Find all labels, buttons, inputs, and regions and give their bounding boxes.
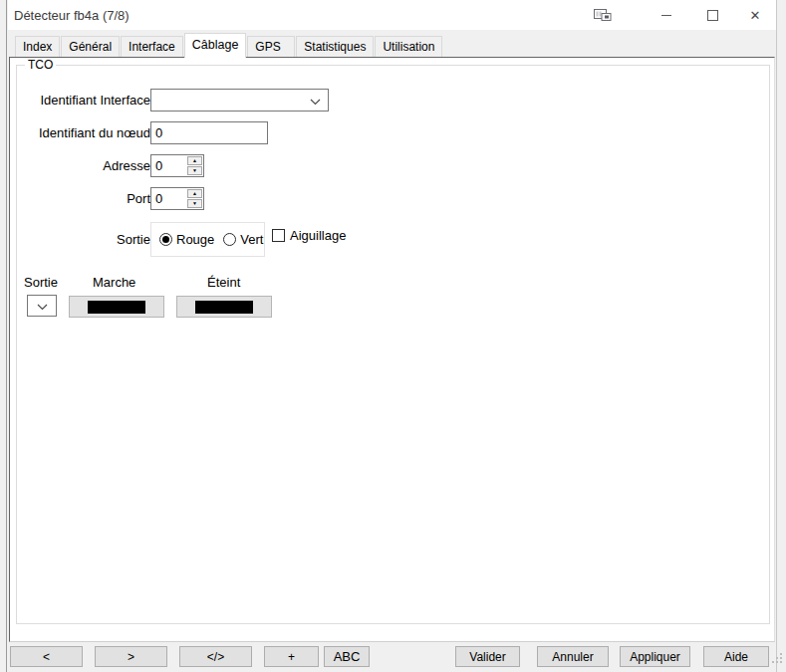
previous-button[interactable]: < — [10, 646, 83, 667]
minimize-button[interactable] — [652, 0, 681, 30]
radio-button-icon — [223, 233, 236, 246]
output-sortie-header: Sortie — [24, 275, 58, 290]
code-button[interactable]: </> — [179, 646, 252, 667]
tab-utilisation[interactable]: Utilisation — [375, 36, 442, 57]
adresse-value: 0 — [151, 155, 186, 176]
resize-grip-icon[interactable] — [770, 650, 783, 668]
checkbox-icon — [272, 229, 285, 242]
identifiant-noeud-label: Identifiant du nœud — [5, 121, 150, 144]
radio-vert[interactable]: Vert — [223, 232, 263, 247]
output-marche-header: Marche — [93, 275, 135, 290]
titlebar: Détecteur fb4a (7/8) ✕ — [8, 0, 776, 30]
tco-groupbox: TCO Identifiant Interface Identifiant du… — [16, 65, 770, 624]
triangle-down-icon[interactable]: ▼ — [187, 199, 202, 208]
maximize-icon — [707, 10, 718, 21]
output-sortie-select[interactable] — [27, 295, 57, 317]
aiguillage-label: Aiguillage — [290, 228, 346, 243]
aiguillage-checkbox-row[interactable]: Aiguillage — [272, 228, 346, 243]
radio-rouge[interactable]: Rouge — [159, 232, 214, 247]
eteint-color-swatch — [195, 301, 253, 314]
adresse-spin-buttons: ▲ ▼ — [186, 155, 203, 176]
detector-dialog: Détecteur fb4a (7/8) ✕ — [8, 0, 776, 672]
adresse-label: Adresse — [5, 154, 150, 177]
marche-color-button[interactable] — [69, 296, 164, 318]
port-label: Port — [5, 187, 150, 210]
triangle-up-icon[interactable]: ▲ — [187, 189, 202, 198]
radio-button-icon — [159, 233, 172, 246]
radio-vert-label: Vert — [240, 232, 263, 247]
tab-general[interactable]: Général — [61, 36, 120, 57]
minimize-icon — [661, 15, 671, 16]
screenshot-root: Détecteur fb4a (7/8) ✕ — [0, 0, 786, 672]
tab-interface[interactable]: Interface — [121, 36, 183, 57]
tab-strip: Index Général Interface Câblage GPS Stat… — [8, 30, 776, 57]
chevron-down-icon — [310, 92, 321, 110]
maximize-button[interactable] — [697, 0, 727, 30]
port-spinner[interactable]: 0 ▲ ▼ — [150, 187, 204, 210]
tab-index[interactable]: Index — [15, 36, 60, 57]
port-value: 0 — [151, 188, 186, 209]
triangle-down-icon[interactable]: ▼ — [187, 166, 202, 175]
add-button[interactable]: + — [264, 646, 319, 667]
appliquer-button[interactable]: Appliquer — [620, 646, 690, 667]
abc-button[interactable]: ABC — [324, 646, 370, 667]
identifiant-interface-select[interactable] — [150, 89, 329, 112]
port-spin-buttons: ▲ ▼ — [186, 188, 203, 209]
sortie-radio-group: Rouge Vert — [150, 222, 265, 257]
aide-button[interactable]: Aide — [703, 646, 769, 667]
close-icon: ✕ — [750, 9, 761, 22]
triangle-up-icon[interactable]: ▲ — [187, 156, 202, 165]
identifiant-noeud-input[interactable] — [150, 121, 268, 144]
cablage-tab-panel: TCO Identifiant Interface Identifiant du… — [9, 57, 775, 642]
tab-statistiques[interactable]: Statistiques — [296, 36, 374, 57]
chevron-down-icon — [37, 297, 48, 315]
overlapping-windows-icon[interactable] — [593, 8, 615, 23]
radio-rouge-label: Rouge — [176, 232, 214, 247]
annuler-button[interactable]: Annuler — [537, 646, 609, 667]
tab-cablage[interactable]: Câblage — [184, 33, 247, 58]
output-eteint-header: Éteint — [207, 275, 240, 290]
next-button[interactable]: > — [95, 646, 167, 667]
identifiant-interface-label: Identifiant Interface — [5, 89, 150, 112]
valider-button[interactable]: Valider — [455, 646, 520, 667]
adresse-spinner[interactable]: 0 ▲ ▼ — [150, 154, 204, 177]
close-button[interactable]: ✕ — [740, 0, 770, 30]
tab-gps[interactable]: GPS — [247, 36, 295, 57]
sortie-label: Sortie — [5, 228, 150, 251]
groupbox-title: TCO — [25, 58, 56, 72]
window-title: Détecteur fb4a (7/8) — [14, 8, 130, 23]
eteint-color-button[interactable] — [176, 296, 272, 318]
background-window-edge-right — [776, 0, 786, 672]
marche-color-swatch — [88, 301, 145, 314]
